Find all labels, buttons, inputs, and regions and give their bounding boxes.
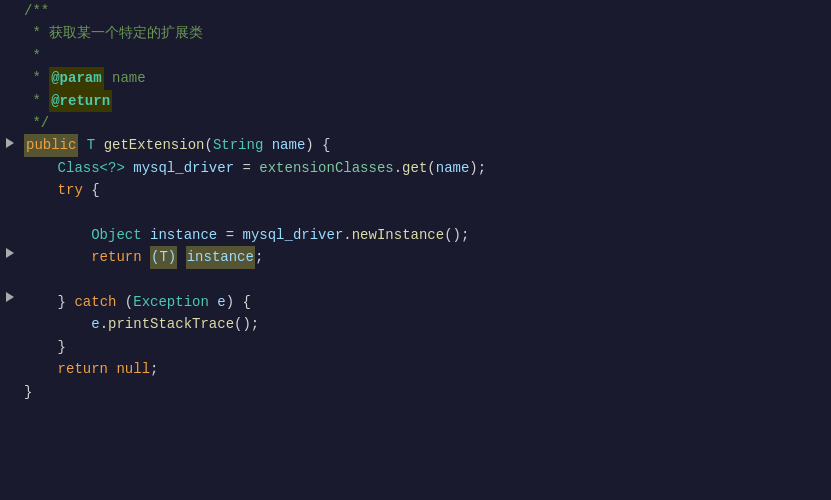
paren-close: ) { [305,134,330,156]
close-15: (); [234,313,259,335]
code-line-3: * [20,45,831,67]
semi-17: ; [150,358,158,380]
space-12b [177,246,185,268]
get-extension-method: getExtension [104,134,205,156]
gutter-16 [0,330,20,352]
space-17 [108,358,116,380]
indent-16 [24,336,58,358]
code-line-5: * @return [20,90,831,112]
close-14: ) { [226,291,251,313]
cast-T: (T) [150,246,177,268]
gutter-14 [0,286,20,308]
gutter-2 [0,22,20,44]
exception-var: e [217,291,225,313]
gutter-10 [0,198,20,220]
code-line-17: return null; [20,358,831,380]
close-brace-18: } [24,381,32,403]
brace-14: } [58,291,75,313]
mysql-driver-var: mysql_driver [133,157,234,179]
paren-open: ( [204,134,212,156]
extension-classes: extensionClasses [259,157,393,179]
mysql-driver-11: mysql_driver [242,224,343,246]
space-11 [142,224,150,246]
equals-11: = [217,224,242,246]
gutter-11 [0,220,20,242]
gutter-15 [0,308,20,330]
type-T: T [87,134,95,156]
gutter-7 [0,132,20,154]
get-method: get [402,157,427,179]
code-line-8: Class<?> mysql_driver = extensionClasses… [20,157,831,179]
indent-9 [24,179,58,201]
gutter-18 [0,374,20,396]
catch-keyword: catch [74,291,116,313]
code-content: /** * 获取某一个特定的扩展类 * * @param name * @ret… [20,0,831,500]
indent-11 [24,224,91,246]
param-tag: @param [49,67,103,89]
brace-9: { [83,179,100,201]
code-line-10 [20,202,831,224]
comment-star-param: * [24,67,49,89]
gutter-12 [0,242,20,264]
space-14b [209,291,217,313]
instance-var: instance [150,224,217,246]
semi-12: ; [255,246,263,268]
close-brace-16: } [58,336,66,358]
dot-15: . [100,313,108,335]
indent-8 [24,157,58,179]
close-11: (); [444,224,469,246]
gutter-1 [0,0,20,22]
null-keyword: null [116,358,150,380]
code-line-7: public T getExtension(String name) { [20,134,831,156]
code-editor: /** * 获取某一个特定的扩展类 * * @param name * @ret… [0,0,831,500]
gutter-13 [0,264,20,286]
string-type: String [213,134,263,156]
gutter-5 [0,88,20,110]
comment-blank: * [24,45,41,67]
gutter-4 [0,66,20,88]
comment-close: */ [24,112,49,134]
gutter-3 [0,44,20,66]
indent-12 [24,246,91,268]
left-gutter [0,0,20,500]
code-line-15: e.printStackTrace(); [20,313,831,335]
dot-11: . [343,224,351,246]
class-type: Class<?> [58,157,125,179]
space2 [95,134,103,156]
e-var: e [91,313,99,335]
indent-17 [24,358,58,380]
code-line-18: } [20,381,831,403]
code-line-9: try { [20,179,831,201]
return-keyword-2: return [58,358,108,380]
comment-text-1: * 获取某一个特定的扩展类 [24,22,203,44]
code-line-12: return (T) instance; [20,246,831,268]
return-tag: @return [49,90,112,112]
blank-13 [24,269,32,291]
param-name-text: name [104,67,146,89]
code-line-14: } catch (Exception e) { [20,291,831,313]
comment-star-return: * [24,90,49,112]
space-14: ( [116,291,133,313]
try-keyword: try [58,179,83,201]
space-12 [142,246,150,268]
code-line-16: } [20,336,831,358]
space-8a [125,157,133,179]
paren-8: ( [427,157,435,179]
code-line-11: Object instance = mysql_driver.newInstan… [20,224,831,246]
name-arg: name [436,157,470,179]
blank-10 [24,202,32,224]
return-keyword: return [91,246,141,268]
space1 [78,134,86,156]
code-line-13 [20,269,831,291]
gutter-8 [0,154,20,176]
indent-14 [24,291,58,313]
object-type: Object [91,224,141,246]
code-line-4: * @param name [20,67,831,89]
gutter-6 [0,110,20,132]
close-8: ); [469,157,486,179]
space3 [263,134,271,156]
public-keyword: public [24,134,78,156]
comment-open: /** [24,0,49,22]
gutter-17 [0,352,20,374]
code-line-1: /** [20,0,831,22]
